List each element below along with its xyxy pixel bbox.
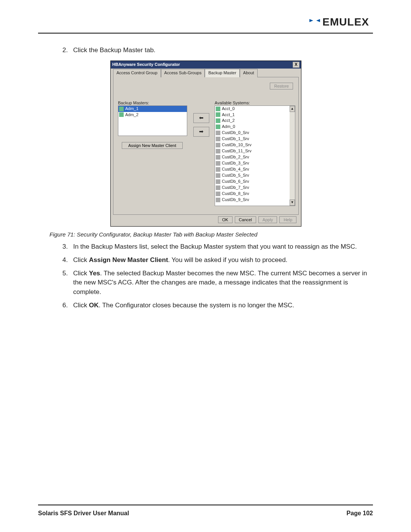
available-system-item[interactable]: Adm_0 <box>215 124 290 130</box>
brand-logo: EMULEX <box>309 16 369 28</box>
brand-text: EMULEX <box>322 16 369 28</box>
step-3-num: 3. <box>62 242 68 252</box>
available-system-item[interactable]: CustDb_1_Srv <box>215 136 290 142</box>
apply-button[interactable]: Apply <box>258 216 277 223</box>
dialog-button-row: OK Cancel Apply Help <box>113 215 299 225</box>
step-3-text: In the Backup Masters list, select the B… <box>73 242 357 252</box>
help-button[interactable]: Help <box>279 216 296 223</box>
available-system-item[interactable]: CustDb_3_Srv <box>215 160 290 166</box>
step-4-num: 4. <box>62 256 68 265</box>
available-system-item[interactable]: CustDb_8_Srv <box>215 191 290 197</box>
computer-icon <box>216 112 220 117</box>
step-2-text: Click the Backup Master tab. <box>73 46 155 55</box>
tab-backup-master[interactable]: Backup Master <box>205 69 239 77</box>
tab-access-sub-groups[interactable]: Access Sub-Groups <box>161 69 205 77</box>
server-icon <box>216 143 220 147</box>
footer-rule <box>38 505 373 505</box>
step-5-num: 5. <box>62 269 68 297</box>
server-icon <box>216 173 220 178</box>
available-system-item[interactable]: CustDb_2_Srv <box>215 154 290 160</box>
footer-page-number: Page 102 <box>347 510 373 517</box>
footer-manual-title: Solaris SFS Driver User Manual <box>38 510 129 517</box>
server-icon <box>216 167 220 172</box>
computer-icon <box>216 107 220 111</box>
tab-access-control-group[interactable]: Access Control Group <box>113 69 161 77</box>
step-2-num: 2. <box>62 46 68 55</box>
arrow-left-icon: ⬅ <box>199 114 204 121</box>
available-system-item[interactable]: CustDb_10_Srv <box>215 142 290 148</box>
step-5: 5. Click Yes. The selected Backup Master… <box>62 269 373 297</box>
server-icon <box>216 155 220 160</box>
server-icon <box>216 131 220 135</box>
computer-icon <box>119 107 124 111</box>
scroll-up-icon[interactable]: ▲ <box>290 106 295 112</box>
available-systems-list[interactable]: Acct_0Acct_1Acct_2Adm_0CustDb_0_SrvCustD… <box>215 105 295 206</box>
server-icon <box>216 198 220 202</box>
move-left-button[interactable]: ⬅ <box>193 113 209 123</box>
step-6: 6. Click OK. The Configurator closes bec… <box>62 301 373 310</box>
cancel-button[interactable]: Cancel <box>235 216 256 223</box>
available-system-item[interactable]: Acct_1 <box>215 112 290 118</box>
step-4: 4. Click Assign New Master Client. You w… <box>62 256 373 265</box>
move-right-button[interactable]: ➡ <box>193 127 209 137</box>
backup-master-item[interactable]: Adm_1 <box>118 106 187 112</box>
header-rule <box>38 33 373 34</box>
restore-button[interactable]: Restore <box>270 83 293 89</box>
server-icon <box>216 179 220 184</box>
tab-strip: Access Control Group Access Sub-Groups B… <box>113 69 299 77</box>
scroll-down-icon[interactable]: ▼ <box>290 200 295 206</box>
step-2: 2. Click the Backup Master tab. <box>62 46 373 55</box>
dialog-window: HBAnyware Security Configurator X Access… <box>110 61 301 227</box>
ok-button[interactable]: OK <box>218 216 233 223</box>
available-system-item[interactable]: CustDb_11_Srv <box>215 148 290 154</box>
close-icon[interactable]: X <box>293 62 299 68</box>
dialog-title: HBAnyware Security Configurator <box>112 62 180 68</box>
step-4-text: Click Assign New Master Client. You will… <box>73 256 287 265</box>
dialog-titlebar: HBAnyware Security Configurator X <box>111 61 301 69</box>
available-system-item[interactable]: CustDb_4_Srv <box>215 166 290 173</box>
available-system-item[interactable]: CustDb_6_Srv <box>215 179 290 185</box>
tab-about[interactable]: About <box>240 69 258 77</box>
available-system-item[interactable]: Acct_0 <box>215 106 290 112</box>
logo-mark-icon <box>309 18 320 26</box>
available-system-item[interactable]: Acct_2 <box>215 118 290 124</box>
computer-icon <box>216 118 220 123</box>
tab-pane: Restore Backup Masters: Adm_1Adm_2 Assig… <box>113 77 299 215</box>
server-icon <box>216 161 220 166</box>
figure-caption: Figure 71: Security Configurator, Backup… <box>49 230 373 239</box>
backup-masters-list[interactable]: Adm_1Adm_2 <box>118 105 187 136</box>
step-6-num: 6. <box>62 301 68 310</box>
available-system-item[interactable]: CustDb_5_Srv <box>215 173 290 179</box>
available-system-item[interactable]: CustDb_7_Srv <box>215 185 290 191</box>
step-6-text: Click OK. The Configurator closes becaus… <box>73 301 294 310</box>
backup-master-item[interactable]: Adm_2 <box>118 112 187 118</box>
step-5-text: Click Yes. The selected Backup Master be… <box>73 269 373 297</box>
page-footer: Solaris SFS Driver User Manual Page 102 <box>38 510 373 517</box>
assign-new-master-client-button[interactable]: Assign New Master Client <box>122 142 183 149</box>
scrollbar[interactable]: ▲ ▼ <box>290 106 295 206</box>
server-icon <box>216 192 220 196</box>
server-icon <box>216 137 220 141</box>
available-system-item[interactable]: CustDb_0_Srv <box>215 130 290 136</box>
computer-icon <box>119 112 124 117</box>
server-icon <box>216 149 220 153</box>
computer-icon <box>216 125 220 129</box>
server-icon <box>216 185 220 190</box>
available-system-item[interactable]: CustDb_9_Srv <box>215 197 290 203</box>
arrow-right-icon: ➡ <box>199 128 204 135</box>
step-3: 3. In the Backup Masters list, select th… <box>62 242 373 252</box>
